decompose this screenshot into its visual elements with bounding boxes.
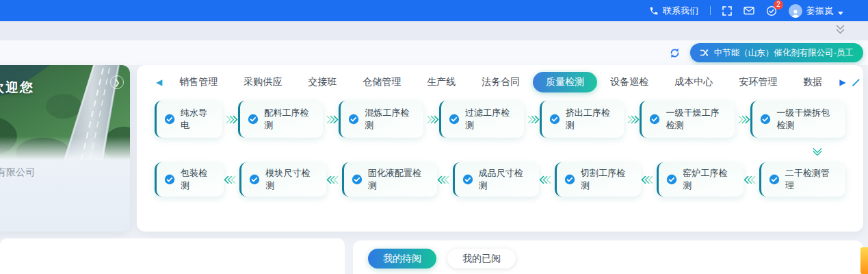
flow-card-label: 固化液配置检测 xyxy=(368,167,428,191)
tabs-prev-button[interactable]: ◀ xyxy=(152,78,166,86)
flow-card[interactable]: 固化液配置检测 xyxy=(342,162,437,197)
nav-tab-8[interactable]: 设备巡检 xyxy=(597,72,661,92)
flow-card-label: 一级干燥工序检测 xyxy=(666,107,725,131)
check-circle-icon xyxy=(449,114,460,125)
collapse-button[interactable] xyxy=(837,25,843,33)
flow-card-label: 过滤工序检测 xyxy=(465,107,514,131)
flow-card-label: 纯水导电 xyxy=(181,107,213,131)
todo-button[interactable]: 2 xyxy=(766,5,777,16)
caret-down-icon xyxy=(838,12,843,15)
messages-button[interactable] xyxy=(744,6,754,15)
module-tabs: 销售管理采购供应交接班仓储管理生产线法务合同质量检测设备巡检成本中心安环管理数据 xyxy=(166,72,835,92)
flow-card[interactable]: 模块尺寸检测 xyxy=(239,162,326,197)
fullscreen-icon xyxy=(722,6,732,16)
tab-my-pending[interactable]: 我的待阅 xyxy=(368,249,436,269)
fullscreen-button[interactable] xyxy=(722,6,732,16)
top-bar: 联系我们 2 姜振岚 xyxy=(0,0,868,21)
flow-row-backward: 包装检测模块尺寸检测固化液配置检测成品尺寸检测切割工序检测窑炉工序检测二干检测管… xyxy=(155,162,845,197)
flow-card[interactable]: 混炼工序检测 xyxy=(339,101,423,138)
flow-row-forward: 纯水导电配料工序检测混炼工序检测过滤工序检测挤出工序检测一级干燥工序检测一级干燥… xyxy=(155,101,845,138)
nav-tab-2[interactable]: 采购供应 xyxy=(231,72,295,92)
flow-card-label: 包装检测 xyxy=(181,167,214,191)
side-widget-handle[interactable] xyxy=(860,247,868,274)
nav-tab-11[interactable]: 数据 xyxy=(790,72,835,92)
flow-card[interactable]: 一级干燥工序检测 xyxy=(640,101,735,138)
contact-us-label: 联系我们 xyxy=(663,5,698,17)
module-tab-strip: ◀ 销售管理采购供应交接班仓储管理生产线法务合同质量检测设备巡检成本中心安环管理… xyxy=(152,71,851,93)
flow-card-label: 二干检测管理 xyxy=(785,167,836,191)
edit-tabs-button[interactable] xyxy=(850,76,863,89)
flow-arrow-left-icon xyxy=(745,162,758,197)
check-circle-icon xyxy=(769,174,780,185)
check-circle-icon xyxy=(564,174,575,185)
refresh-button[interactable] xyxy=(668,47,681,60)
flow-card[interactable]: 成品尺寸检测 xyxy=(453,162,539,197)
nav-tab-4[interactable]: 仓储管理 xyxy=(350,72,414,92)
flow-card[interactable]: 窑炉工序检测 xyxy=(657,162,743,197)
check-circle-icon xyxy=(649,114,660,125)
flow-card[interactable]: 包装检测 xyxy=(155,162,224,197)
flow-card[interactable]: 配料工序检测 xyxy=(238,101,323,138)
flow-card[interactable]: 纯水导电 xyxy=(155,101,222,138)
nav-tab-9[interactable]: 成本中心 xyxy=(661,72,726,92)
contact-us-button[interactable]: 联系我们 xyxy=(649,5,698,17)
phone-icon xyxy=(649,6,659,16)
notification-badge: 2 xyxy=(774,0,783,10)
tabs-next-button[interactable]: ▶ xyxy=(835,78,850,86)
user-name: 姜振岚 xyxy=(806,5,833,17)
read-status-tabs: 我的待阅 我的已阅 xyxy=(353,240,863,269)
flow-card[interactable]: 切割工序检测 xyxy=(555,162,641,197)
nav-tab-5[interactable]: 生产线 xyxy=(414,72,469,92)
banner-image: 欢迎您 ❯ xyxy=(0,65,130,160)
flow-card[interactable]: 二干检测管理 xyxy=(759,162,845,197)
check-circle-icon xyxy=(164,174,175,185)
flow-arrow-left-icon xyxy=(328,162,341,197)
check-circle-icon xyxy=(348,114,359,125)
user-menu[interactable]: 姜振岚 xyxy=(789,4,843,18)
flow-arrow-right-icon xyxy=(324,101,337,138)
flow-card-label: 窑炉工序检测 xyxy=(683,167,733,191)
flow-card-label: 切割工序检测 xyxy=(581,167,631,191)
carousel-next-button[interactable]: ❯ xyxy=(110,75,124,89)
flow-wrap-down-indicator xyxy=(814,145,821,155)
bottom-right-panel: 我的待阅 我的已阅 xyxy=(353,240,863,274)
flow-card-label: 一级干燥拆包检测 xyxy=(776,107,836,131)
banner-fade xyxy=(0,136,130,160)
tab-my-read[interactable]: 我的已阅 xyxy=(447,249,516,269)
topbar-divider xyxy=(710,6,711,15)
flow-card-label: 成品尺寸检测 xyxy=(479,167,529,191)
toolbar: 中节能（山东）催化剂有限公司-员工 xyxy=(0,40,868,65)
flow-arrow-right-icon xyxy=(224,101,237,138)
banner-company-text: 有限公司 xyxy=(0,160,130,179)
app-screen: 联系我们 2 姜振岚 xyxy=(0,0,868,274)
quality-flow-card: ◀ 销售管理采购供应交接班仓储管理生产线法务合同质量检测设备巡检成本中心安环管理… xyxy=(137,65,863,232)
flow-arrow-right-icon xyxy=(525,101,538,138)
check-circle-icon xyxy=(249,174,260,185)
welcome-banner-card: 欢迎您 ❯ 有限公司 xyxy=(0,65,130,232)
company-switch-button[interactable]: 中节能（山东）催化剂有限公司-员工 xyxy=(690,43,863,62)
flow-card-label: 配料工序检测 xyxy=(264,107,313,131)
flow-card[interactable]: 挤出工序检测 xyxy=(540,101,624,138)
flow-arrow-right-icon xyxy=(425,101,438,138)
flow-card[interactable]: 过滤工序检测 xyxy=(439,101,524,138)
flow-card-label: 模块尺寸检测 xyxy=(265,167,316,191)
flow-card-label: 混炼工序检测 xyxy=(365,107,414,131)
nav-tab-6[interactable]: 法务合同 xyxy=(469,72,533,92)
check-circle-icon xyxy=(462,174,473,185)
nav-tab-3[interactable]: 交接班 xyxy=(295,72,350,92)
bottom-left-panel xyxy=(0,238,345,274)
check-circle-icon xyxy=(666,174,677,185)
check-circle-icon xyxy=(248,114,259,125)
check-circle-icon xyxy=(760,114,771,125)
flow-arrow-right-icon xyxy=(736,101,749,138)
nav-tab-10[interactable]: 安环管理 xyxy=(726,72,790,92)
nav-tab-7[interactable]: 质量检测 xyxy=(533,72,597,92)
flow-arrow-left-icon xyxy=(540,162,553,197)
flow-card[interactable]: 一级干燥拆包检测 xyxy=(750,101,845,138)
flow-arrow-left-icon xyxy=(438,162,451,197)
nav-tab-1[interactable]: 销售管理 xyxy=(166,72,231,92)
mail-icon xyxy=(744,6,754,15)
switch-icon xyxy=(700,48,709,58)
welcome-text: 欢迎您 xyxy=(0,79,34,97)
company-switch-label: 中节能（山东）催化剂有限公司-员工 xyxy=(714,47,854,59)
